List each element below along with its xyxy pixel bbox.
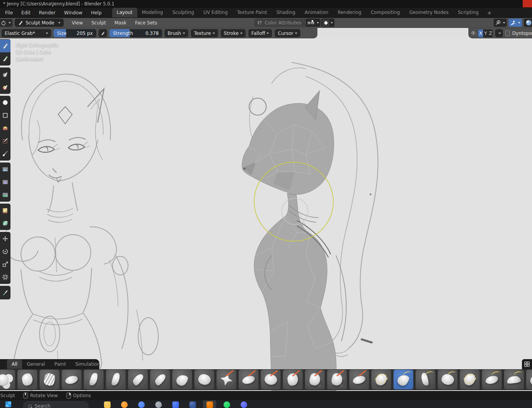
brush-thumbnail-15[interactable] [305,370,325,389]
tool-rotate[interactable] [0,245,10,258]
add-workspace-button[interactable]: + [483,10,496,16]
workspace-tab-compositing[interactable]: Compositing [366,8,404,17]
dyntopo-checkbox[interactable] [505,30,510,36]
tool-mesh-filter[interactable] [0,163,10,176]
symmetry-axis-z[interactable]: Z [488,29,493,37]
taskbar-app-app-plus[interactable] [189,401,196,408]
workspace-tab-shading[interactable]: Shading [272,8,300,17]
brush-thumbnail-2[interactable] [17,370,37,389]
workspace-tab-animation[interactable]: Animation [300,8,333,17]
brush-thumbnail-7[interactable] [128,370,148,389]
tool-move[interactable] [0,232,10,245]
viewport-menu-sculpt[interactable]: Sculpt [87,19,110,27]
editor-type-button[interactable] [0,19,12,27]
brush-thumbnail-25[interactable] [526,370,532,389]
tool-box-hide[interactable] [0,109,10,122]
workspace-tab-uv-editing[interactable]: UV Editing [199,8,232,17]
tool-brush-secondary[interactable] [0,52,10,65]
tool-paint[interactable] [0,204,10,217]
brush-thumbnail-23[interactable] [482,370,502,389]
workspace-tab-scripting[interactable]: Scripting [453,8,483,17]
brush-thumbnail-6[interactable] [106,370,126,389]
shelf-tab-all[interactable]: All [7,360,22,369]
viewport-menu-face-sets[interactable]: Face Sets [131,19,161,27]
taskbar-app-app-blue[interactable] [172,401,179,408]
windows-start-button[interactable] [5,401,11,407]
brush-thumbnail-21[interactable] [438,370,457,389]
tool-scale[interactable] [0,258,10,271]
brush-thumbnail-4[interactable] [62,370,81,389]
symmetry-axis-y[interactable]: Y [483,29,488,37]
brush-thumbnail-14[interactable] [283,370,303,389]
popover-brush[interactable]: Brush [165,29,188,37]
brush-thumbnail-17[interactable] [349,370,369,389]
tool-box-trim[interactable] [0,135,10,147]
brush-thumbnail-20[interactable] [416,370,435,389]
brush-thumbnail-13[interactable] [261,370,281,389]
menu-help[interactable]: Help [87,9,106,17]
tool-line-project[interactable] [0,147,10,160]
viewport-menu-mask[interactable]: Mask [110,19,131,27]
popover-falloff[interactable]: Falloff [248,29,272,37]
popover-cursor[interactable]: Cursor [275,29,300,37]
show-gizmo-button[interactable] [509,19,522,27]
taskbar-app-spotify[interactable] [224,401,230,408]
brush-thumbnail-3[interactable] [40,370,59,389]
tool-mask-by-color[interactable] [0,217,10,230]
color-attributes-dropdown[interactable]: Color Attributes [254,19,310,27]
workspace-tab-texture-paint[interactable]: Texture Paint [232,8,272,17]
popover-texture[interactable]: Texture [191,29,218,37]
shelf-tab-simulation[interactable]: Simulation [71,360,105,369]
tool-annotate[interactable] [0,286,10,299]
taskbar-app-browser-pin[interactable] [138,401,145,408]
menu-window[interactable]: Window [60,9,87,17]
taskbar-app-firefox[interactable] [121,401,128,408]
brush-preset-dropdown[interactable]: Elastic Grab* [2,29,51,37]
brush-thumbnail-8[interactable] [150,370,170,389]
falloff-dropdown[interactable] [306,19,321,27]
tool-box-mask[interactable] [0,96,10,109]
brush-thumbnail-5[interactable] [84,370,104,389]
workspace-tab-rendering[interactable]: Rendering [333,8,366,17]
symmetry-axis-x[interactable]: X [478,29,483,37]
brush-thumbnail-10[interactable] [194,370,214,389]
brush-thumbnail-22[interactable] [460,370,480,389]
brush-display-dropdown[interactable] [321,19,334,27]
brush-thumbnail-12[interactable] [239,370,258,389]
asset-shelf-display-button[interactable] [522,359,532,369]
taskbar-app-app-gray[interactable] [155,401,162,408]
tool-mask[interactable] [0,68,10,81]
viewport-menu-view[interactable]: View [68,19,87,27]
shelf-tab-paint[interactable]: Paint [50,360,71,369]
menu-file[interactable]: File [1,9,17,17]
brush-thumbnail-16[interactable] [327,370,347,389]
viewport-shading-button[interactable] [524,19,532,27]
mode-selector[interactable]: Sculpt Mode [15,19,64,27]
tool-transform[interactable] [0,271,10,284]
tool-color-filter[interactable] [0,188,10,201]
show-overlays-button[interactable] [494,19,507,27]
workspace-tab-sculpting[interactable]: Sculpting [168,8,199,17]
strength-slider[interactable]: Strength 0.378 [109,29,162,37]
viewport-3d[interactable]: Right Orthographic (1) Cube | Cube Centi… [0,38,532,391]
size-pressure-toggle[interactable] [99,29,107,37]
workspace-tab-geometry-nodes[interactable]: Geometry Nodes [405,8,453,17]
taskbar-app-blender[interactable] [206,401,213,408]
brush-thumbnail-11[interactable] [217,370,236,389]
tool-draw-face-sets[interactable] [0,81,10,93]
size-slider[interactable]: Size 205 px [54,29,96,37]
menu-edit[interactable]: Edit [17,9,35,17]
taskbar-search[interactable]: Search [23,401,88,408]
close-button[interactable] [523,0,532,7]
shelf-tab-general[interactable]: General [22,360,50,369]
taskbar-app-discord[interactable] [241,401,247,408]
tool-box-face-set[interactable] [0,122,10,135]
menu-render[interactable]: Render [35,9,60,17]
brush-thumbnail-9[interactable] [172,370,192,389]
popover-stroke[interactable]: Stroke [221,29,246,37]
brush-thumbnail-19-selected[interactable] [393,370,413,389]
brush-thumbnail-18[interactable] [371,370,391,389]
workspace-tab-layout[interactable]: Layout [112,8,137,17]
taskbar-app-file-explorer[interactable] [104,401,111,408]
brush-thumbnail-24[interactable] [504,370,524,389]
